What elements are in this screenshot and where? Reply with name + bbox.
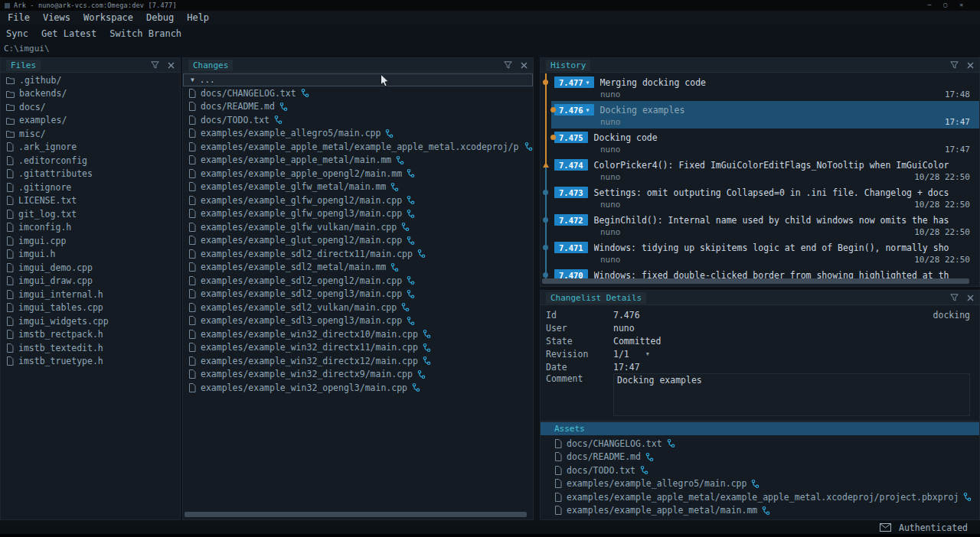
- menu-bar: FileViewsWorkspaceDebugHelp: [0, 11, 980, 24]
- detail-row-date: Date17:47: [541, 360, 979, 373]
- changed-file-row[interactable]: examples/example_win32_directx9/main.cpp: [183, 368, 533, 382]
- changed-file-row[interactable]: examples/example_glfw_vulkan/main.cpp: [183, 220, 533, 234]
- menu-item-help[interactable]: Help: [187, 12, 209, 23]
- changed-file-row[interactable]: examples/example_sdl2_vulkan/main.cpp: [183, 301, 533, 314]
- toolbar-button-sync[interactable]: Sync: [6, 28, 28, 39]
- history-entry[interactable]: 7.477▼Merging docking codenuno17:48: [541, 73, 979, 101]
- history-entry[interactable]: 7.474ColorPicker4(): Fixed ImGuiColorEdi…: [541, 156, 979, 184]
- asset-row[interactable]: examples/example_apple_metal/example_app…: [541, 490, 979, 504]
- file-tree-item[interactable]: backends/: [1, 87, 180, 101]
- filter-icon[interactable]: [151, 61, 159, 69]
- file-tree-item[interactable]: imgui_internal.h: [1, 288, 180, 301]
- changed-file-row[interactable]: examples/example_sdl2_opengl3/main.cpp: [183, 288, 533, 301]
- file-tree-item[interactable]: imgui.cpp: [1, 234, 180, 248]
- changed-file-row[interactable]: docs/TODO.txt: [183, 113, 533, 127]
- menu-item-file[interactable]: File: [8, 12, 30, 23]
- changed-file-row[interactable]: examples/example_sdl2_directx11/main.cpp: [183, 247, 533, 261]
- file-icon: [6, 156, 14, 165]
- minimize-icon[interactable]: —: [928, 0, 932, 11]
- close-panel-icon[interactable]: [521, 62, 528, 69]
- revision-badge[interactable]: 7.473: [554, 187, 588, 198]
- toolbar-button-get-latest[interactable]: Get Latest: [41, 28, 96, 39]
- asset-row[interactable]: docs/README.md: [541, 451, 979, 464]
- close-icon[interactable]: ✕: [959, 0, 963, 11]
- chevron-down-icon[interactable]: ▼: [646, 351, 649, 357]
- chevron-down-icon[interactable]: ▼: [191, 76, 194, 83]
- history-entry[interactable]: 7.472BeginChild(): Internal name used by…: [541, 211, 979, 239]
- changed-file-row[interactable]: examples/example_allegro5/main.cpp: [183, 127, 533, 141]
- file-tree-item[interactable]: examples/: [1, 114, 180, 128]
- history-entry[interactable]: 7.476▼Docking examplesnuno17:47: [541, 101, 979, 129]
- file-tree-item[interactable]: imgui_draw.cpp: [1, 275, 180, 288]
- toolbar-button-switch-branch[interactable]: Switch Branch: [109, 28, 181, 39]
- file-tree-item[interactable]: imgui.h: [1, 248, 180, 262]
- revision-badge[interactable]: 7.477▼: [554, 76, 594, 88]
- changed-file-row[interactable]: examples/example_glfw_opengl3/main.cpp: [183, 207, 533, 221]
- horizontal-scrollbar[interactable]: [185, 512, 527, 517]
- close-panel-icon[interactable]: [168, 62, 175, 69]
- close-panel-icon[interactable]: [967, 62, 974, 69]
- file-tree-item[interactable]: imstb_rectpack.h: [1, 328, 180, 342]
- changed-file-row[interactable]: docs/CHANGELOG.txt: [183, 86, 533, 100]
- file-tree-item[interactable]: .gitattributes: [1, 168, 180, 181]
- revision-badge[interactable]: 7.471: [554, 242, 588, 253]
- revision-badge[interactable]: 7.476▼: [554, 104, 594, 116]
- file-tree-item[interactable]: docs/: [1, 100, 180, 114]
- changed-file-path: examples/example_apple_metal/main.mm: [201, 155, 391, 165]
- changed-file-row[interactable]: examples/example_win32_directx10/main.cp…: [183, 327, 533, 341]
- close-panel-icon[interactable]: [967, 295, 974, 301]
- changed-file-row[interactable]: examples/example_apple_metal/main.mm: [183, 154, 533, 168]
- file-tree-item[interactable]: imgui_tables.cpp: [1, 301, 180, 315]
- history-entry[interactable]: 7.471Windows: tidying up skipitems logic…: [541, 239, 979, 266]
- changed-file-row[interactable]: examples/example_glfw_metal/main.mm: [183, 181, 533, 194]
- file-tree-item-label: .editorconfig: [18, 155, 87, 166]
- file-icon: [6, 169, 14, 178]
- file-tree-item[interactable]: imstb_textedit.h: [1, 341, 180, 355]
- revision-badge[interactable]: 7.472: [554, 214, 588, 226]
- comment-field[interactable]: Docking examples: [613, 373, 970, 416]
- filter-icon[interactable]: [504, 61, 512, 69]
- file-tree-item[interactable]: .editorconfig: [1, 154, 180, 168]
- changed-file-row[interactable]: examples/example_sdl2_opengl2/main.cpp: [183, 274, 533, 288]
- changed-file-row[interactable]: examples/example_sdl2_metal/main.mm: [183, 261, 533, 275]
- file-tree-item[interactable]: imgui_demo.cpp: [1, 261, 180, 275]
- file-tree-item[interactable]: git_log.txt: [1, 207, 180, 221]
- history-entry[interactable]: 7.470Windows: fixed double-clicked borde…: [541, 266, 979, 278]
- file-tree-item[interactable]: .github/: [1, 73, 180, 87]
- changes-root-row[interactable]: ▼ ...: [183, 73, 533, 86]
- changed-file-row[interactable]: examples/example_sdl3_opengl3/main.cpp: [183, 314, 533, 328]
- file-tree-item[interactable]: .gitignore: [1, 181, 180, 194]
- assets-header[interactable]: Assets: [541, 422, 979, 435]
- changed-file-row[interactable]: examples/example_glfw_opengl2/main.cpp: [183, 194, 533, 207]
- file-tree-item[interactable]: imstb_truetype.h: [1, 355, 180, 369]
- changed-file-row[interactable]: examples/example_apple_metal/example_app…: [183, 140, 533, 154]
- asset-row[interactable]: examples/example_apple_metal/main.mm: [541, 504, 979, 518]
- changed-file-path: examples/example_apple_metal/example_app…: [201, 142, 520, 152]
- menu-item-views[interactable]: Views: [43, 12, 70, 23]
- file-tree-item[interactable]: imconfig.h: [1, 221, 180, 235]
- history-entry[interactable]: 7.475Docking codenuno17:47: [541, 129, 979, 156]
- file-tree-item[interactable]: .ark_ignore: [1, 141, 180, 155]
- filter-icon[interactable]: [950, 61, 959, 69]
- file-tree-item[interactable]: misc/: [1, 127, 180, 141]
- asset-row[interactable]: docs/CHANGELOG.txt: [541, 437, 979, 451]
- revision-badge[interactable]: 7.475: [554, 132, 588, 143]
- changed-file-row[interactable]: examples/example_win32_directx11/main.cp…: [183, 341, 533, 355]
- menu-item-workspace[interactable]: Workspace: [83, 12, 133, 23]
- filter-icon[interactable]: [950, 294, 959, 301]
- revision-badge[interactable]: 7.470: [554, 269, 588, 278]
- maximize-icon[interactable]: ▢: [943, 0, 947, 11]
- changed-file-row[interactable]: examples/example_win32_directx12/main.cp…: [183, 354, 533, 368]
- file-tree-item[interactable]: LICENSE.txt: [1, 194, 180, 208]
- changed-file-row[interactable]: docs/README.md: [183, 100, 533, 114]
- horizontal-scrollbar[interactable]: [542, 278, 969, 284]
- menu-item-debug[interactable]: Debug: [146, 12, 174, 23]
- history-entry[interactable]: 7.473Settings: omit outputing Collapsed=…: [541, 184, 979, 211]
- changed-file-row[interactable]: examples/example_win32_opengl3/main.cpp: [183, 381, 533, 395]
- revision-badge[interactable]: 7.474: [554, 159, 588, 171]
- asset-row[interactable]: examples/example_allegro5/main.cpp: [541, 477, 979, 491]
- asset-row[interactable]: docs/TODO.txt: [541, 464, 979, 477]
- file-tree-item[interactable]: imgui_widgets.cpp: [1, 314, 180, 328]
- changed-file-row[interactable]: examples/example_glut_opengl2/main.cpp: [183, 234, 533, 248]
- changed-file-row[interactable]: examples/example_apple_opengl2/main.mm: [183, 167, 533, 181]
